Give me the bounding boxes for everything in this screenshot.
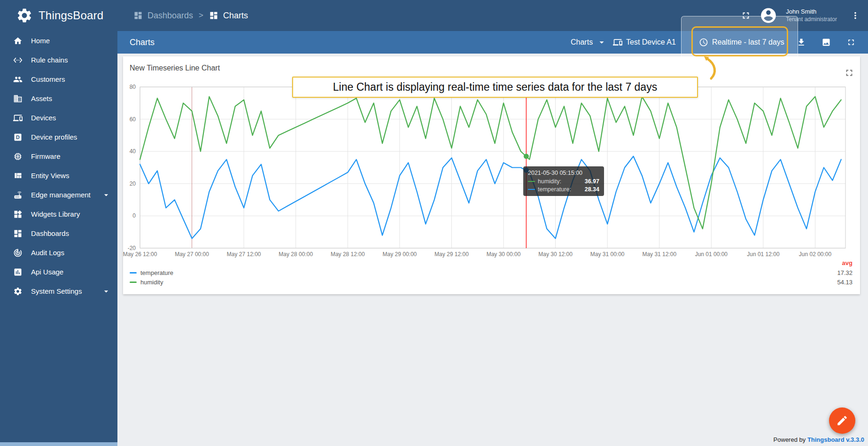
annotation-arrow xyxy=(697,56,719,80)
sidebar-item-edge-management[interactable]: Edge management xyxy=(0,185,117,204)
svg-text:Jun 01 12:00: Jun 01 12:00 xyxy=(747,251,780,258)
sidebar-item-dashboards[interactable]: Dashboards xyxy=(0,224,117,243)
tooltip-row-humidity: humidity: 36.97 xyxy=(528,178,599,185)
svg-text:60: 60 xyxy=(130,116,136,123)
dashboard-states-select[interactable]: Charts xyxy=(571,31,607,54)
powered-by-footer: Powered by Thingsboard v.3.3.0 xyxy=(774,436,864,443)
legend-item-temperature[interactable]: temperature xyxy=(130,269,173,276)
svg-text:40: 40 xyxy=(130,148,136,155)
more-vert-icon[interactable] xyxy=(850,10,860,21)
svg-text:May 31 00:00: May 31 00:00 xyxy=(590,251,625,258)
sidebar-item-api-usage[interactable]: Api Usage xyxy=(0,262,117,282)
humidity-swatch xyxy=(528,181,535,182)
fullscreen-icon xyxy=(846,38,856,47)
sidebar-item-devices[interactable]: Devices xyxy=(0,108,117,127)
export-dashboard-button[interactable] xyxy=(797,31,806,54)
user-name: John Smith xyxy=(786,8,837,16)
temperature-swatch xyxy=(528,189,535,190)
sidebar-item-system-settings[interactable]: System Settings xyxy=(0,282,117,301)
svg-text:May 28 00:00: May 28 00:00 xyxy=(279,251,313,258)
download-icon xyxy=(797,38,806,47)
dashboard-title: Charts xyxy=(130,31,155,54)
version-link[interactable]: Thingsboard v.3.3.0 xyxy=(807,436,864,443)
legend-avg-header: avg xyxy=(842,259,852,266)
edit-dashboard-fab[interactable] xyxy=(829,407,855,434)
dashboards-grid-icon xyxy=(209,11,218,20)
svg-text:May 29 00:00: May 29 00:00 xyxy=(383,251,417,258)
app-name: ThingsBoard xyxy=(39,9,103,22)
svg-text:0: 0 xyxy=(132,212,136,219)
widget-title: New Timeseries Line Chart xyxy=(130,64,220,72)
pencil-edit-icon xyxy=(836,415,848,427)
chart-tooltip: 2021-05-30 05:15:00 humidity: 36.97 temp… xyxy=(523,166,604,196)
dashboards-grid-icon xyxy=(133,11,143,20)
breadcrumb-dashboards[interactable]: Dashboards xyxy=(133,11,193,21)
sidebar-item-entity-views[interactable]: Entity Views xyxy=(0,166,117,185)
breadcrumb-charts[interactable]: Charts xyxy=(209,11,248,21)
svg-text:May 31 12:00: May 31 12:00 xyxy=(642,251,676,258)
legend-avg-temperature: 17.32 xyxy=(837,269,852,276)
svg-text:-20: -20 xyxy=(128,245,136,251)
device-profiles-icon: D xyxy=(13,133,23,142)
svg-text:May 30 12:00: May 30 12:00 xyxy=(538,251,573,258)
chevron-down-icon xyxy=(597,37,607,47)
sidebar-item-customers[interactable]: Customers xyxy=(0,70,117,89)
chevron-down-icon[interactable] xyxy=(101,287,111,296)
dashboard-image-button[interactable] xyxy=(822,31,831,54)
svg-text:Jun 02 00:00: Jun 02 00:00 xyxy=(799,251,832,258)
edge-router-icon xyxy=(13,190,23,200)
audit-logs-icon xyxy=(13,248,23,258)
svg-text:80: 80 xyxy=(130,84,136,90)
firmware-chip-icon xyxy=(13,152,23,161)
sidebar-item-firmware[interactable]: Firmware xyxy=(0,147,117,166)
svg-text:D: D xyxy=(16,134,20,140)
humidity-swatch xyxy=(130,282,137,283)
dashboards-grid-icon xyxy=(13,229,23,238)
tooltip-timestamp: 2021-05-30 05:15:00 xyxy=(528,170,599,176)
svg-text:May 27 00:00: May 27 00:00 xyxy=(175,251,209,258)
sidebar-item-audit-logs[interactable]: Audit Logs xyxy=(0,243,117,262)
entity-views-icon xyxy=(13,171,23,180)
entity-select[interactable]: Test Device A1 xyxy=(613,31,676,54)
annotation-callout: Line Chart is displaying real-time time … xyxy=(292,77,698,98)
widget-fullscreen-icon[interactable] xyxy=(844,68,854,78)
sidebar-nav: Home Rule chains Customers Assets Device… xyxy=(0,31,117,446)
image-icon xyxy=(822,38,831,47)
device-icon xyxy=(613,38,622,47)
sidebar-item-device-profiles[interactable]: D Device profiles xyxy=(0,127,117,147)
customers-icon xyxy=(13,75,23,84)
svg-text:May 29 12:00: May 29 12:00 xyxy=(434,251,469,258)
api-usage-chart-icon xyxy=(13,267,23,277)
widgets-icon xyxy=(13,210,23,219)
svg-text:20: 20 xyxy=(130,180,136,187)
sidebar-item-rule-chains[interactable]: Rule chains xyxy=(0,50,117,70)
dashboard-fullscreen-button[interactable] xyxy=(846,31,856,54)
sidebar-item-assets[interactable]: Assets xyxy=(0,89,117,108)
breadcrumb: Dashboards > Charts xyxy=(133,11,248,21)
tooltip-row-temperature: temperature: 28.34 xyxy=(528,186,599,193)
legend-avg-humidity: 54.13 xyxy=(837,279,852,286)
svg-text:May 28 12:00: May 28 12:00 xyxy=(331,251,365,258)
legend-item-humidity[interactable]: humidity xyxy=(130,279,163,286)
sidebar-horizontal-scrollbar[interactable] xyxy=(0,442,117,446)
rule-chains-icon xyxy=(13,55,23,65)
svg-text:Jun 01 00:00: Jun 01 00:00 xyxy=(695,251,728,258)
settings-gear-icon xyxy=(13,287,23,296)
svg-text:May 30 00:00: May 30 00:00 xyxy=(487,251,521,258)
chevron-down-icon[interactable] xyxy=(101,190,111,200)
breadcrumb-separator: > xyxy=(199,11,203,20)
sidebar-item-home[interactable]: Home xyxy=(0,31,117,50)
sidebar-item-widgets-library[interactable]: Widgets Library xyxy=(0,204,117,224)
devices-icon xyxy=(13,113,23,123)
thingsboard-gear-logo-icon xyxy=(16,7,33,24)
assets-icon xyxy=(13,94,23,103)
thingsboard-app: ThingsBoard Dashboards > Charts John Smi… xyxy=(0,0,868,446)
svg-text:May 27 12:00: May 27 12:00 xyxy=(227,251,261,258)
temperature-swatch xyxy=(130,272,137,274)
home-icon xyxy=(13,36,23,46)
svg-text:May 26 12:00: May 26 12:00 xyxy=(123,251,157,258)
annotation-highlight-box xyxy=(691,26,788,56)
app-logo[interactable]: ThingsBoard xyxy=(0,7,117,24)
